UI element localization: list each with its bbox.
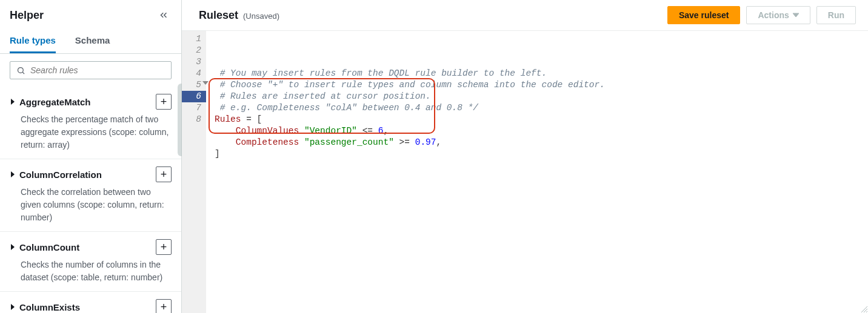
helper-header: Helper [0, 0, 181, 29]
helper-tabs: Rule types Schema [0, 29, 181, 54]
line-number: 5 [182, 79, 201, 91]
ruleset-status: (Unsaved) [243, 12, 279, 21]
rule-description: Checks the percentage match of two aggre… [10, 113, 172, 151]
rule-name: ColumnCorrelation [19, 170, 102, 180]
search-icon [16, 66, 25, 75]
code-line[interactable]: Rules = [ [215, 114, 868, 125]
rule-item: AggregateMatch + Checks the percentage m… [0, 87, 181, 159]
rule-expand-toggle[interactable]: ColumnCount [10, 242, 79, 252]
line-number: 2 [182, 45, 201, 56]
actions-label: Actions [758, 10, 789, 20]
add-rule-button[interactable]: + [156, 94, 172, 110]
code-line[interactable]: ColumnValues "VendorID" <= 6, [215, 125, 868, 137]
svg-marker-5 [11, 304, 15, 310]
rule-list[interactable]: AggregateMatch + Checks the percentage m… [0, 87, 181, 313]
line-number: 8 [182, 114, 201, 125]
code-area[interactable]: # You may insert rules from the DQDL rul… [206, 31, 868, 313]
rule-name: ColumnExists [19, 302, 80, 312]
helper-title: Helper [10, 9, 44, 22]
search-wrap [0, 54, 181, 87]
code-line[interactable]: # Choose "+" to insert rule types and co… [215, 79, 868, 91]
rule-description: Check the correlation between two given … [10, 186, 172, 224]
line-number: 7 [182, 102, 201, 114]
line-number: 1 [182, 33, 201, 45]
chevron-double-left-icon [158, 10, 169, 21]
code-line[interactable]: Completeness "passenger_count" >= 0.97, [215, 137, 868, 148]
ruleset-title: Ruleset [199, 9, 238, 22]
caret-right-icon [10, 98, 16, 105]
add-rule-button[interactable]: + [156, 299, 172, 313]
rule-expand-toggle[interactable]: AggregateMatch [10, 97, 91, 107]
add-rule-button[interactable]: + [156, 239, 172, 255]
svg-line-1 [22, 72, 24, 74]
line-number: 4 [182, 68, 201, 79]
rule-expand-toggle[interactable]: ColumnExists [10, 302, 80, 312]
svg-marker-6 [793, 13, 799, 17]
collapse-panel-button[interactable] [156, 7, 172, 23]
rule-item: ColumnCount + Checks the number of colum… [0, 232, 181, 292]
svg-point-0 [18, 67, 24, 73]
resize-handle-icon[interactable] [860, 305, 868, 313]
code-line[interactable]: # Rules are inserted at cursor position. [215, 91, 868, 102]
line-gutter: 12345678 [182, 31, 206, 313]
svg-marker-2 [11, 99, 15, 105]
code-editor[interactable]: 12345678 # You may insert rules from the… [182, 31, 868, 313]
code-line[interactable]: # You may insert rules from the DQDL rul… [215, 68, 868, 79]
button-group: Save ruleset Actions Run [667, 6, 856, 24]
rule-description: Checks the number of columns in the data… [10, 259, 172, 284]
tab-rule-types[interactable]: Rule types [10, 29, 56, 53]
search-box[interactable] [10, 61, 172, 79]
svg-marker-4 [11, 244, 15, 250]
code-line[interactable]: ] [215, 148, 868, 160]
svg-line-9 [866, 311, 867, 312]
line-number: 3 [182, 56, 201, 68]
ruleset-panel: Ruleset (Unsaved) Save ruleset Actions R… [182, 0, 868, 313]
actions-button[interactable]: Actions [746, 6, 810, 24]
caret-down-icon [793, 13, 799, 18]
rule-item: ColumnCorrelation + Check the correlatio… [0, 159, 181, 232]
rule-name: AggregateMatch [19, 97, 91, 107]
code-line[interactable]: # e.g. Completeness "colA" between 0.4 a… [215, 102, 868, 114]
rule-item: ColumnExists + Check the existence of a … [0, 292, 181, 313]
rule-expand-toggle[interactable]: ColumnCorrelation [10, 170, 102, 180]
tab-schema[interactable]: Schema [75, 29, 110, 53]
helper-panel: Helper Rule types Schema AggregateMatch … [0, 0, 182, 313]
caret-right-icon [10, 243, 16, 251]
svg-marker-3 [11, 171, 15, 177]
add-rule-button[interactable]: + [156, 166, 172, 182]
ruleset-header: Ruleset (Unsaved) Save ruleset Actions R… [182, 0, 868, 31]
caret-right-icon [10, 303, 16, 311]
rule-name: ColumnCount [19, 242, 79, 252]
caret-right-icon [10, 171, 16, 178]
run-button[interactable]: Run [816, 6, 856, 24]
line-number: 6 [182, 91, 206, 102]
save-ruleset-button[interactable]: Save ruleset [667, 6, 741, 24]
search-input[interactable] [30, 65, 165, 75]
